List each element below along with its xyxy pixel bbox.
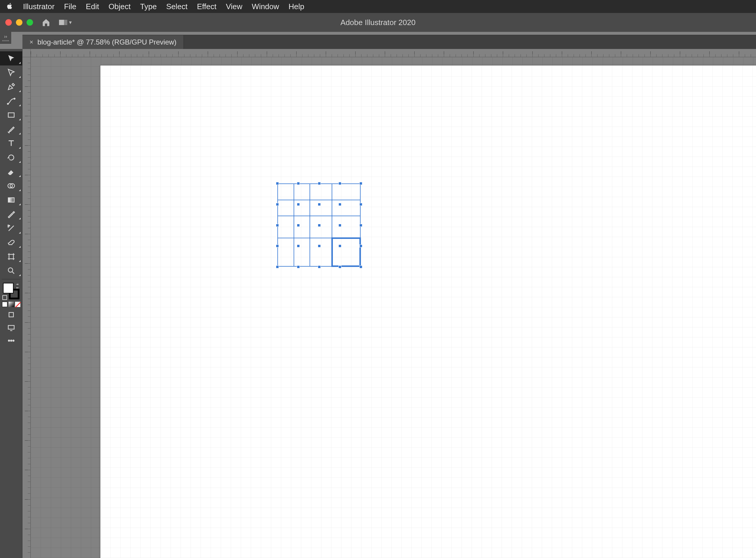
svg-rect-11 bbox=[9, 313, 14, 317]
color-mode-none[interactable] bbox=[15, 302, 20, 307]
document-tabbar: × blog-article* @ 77.58% (RGB/GPU Previe… bbox=[22, 35, 756, 49]
home-button[interactable] bbox=[40, 17, 52, 28]
horizontal-ruler[interactable] bbox=[22, 49, 756, 57]
ruler-origin-corner[interactable] bbox=[22, 49, 31, 57]
menu-window[interactable]: Window bbox=[252, 2, 279, 11]
live-paint-tool[interactable] bbox=[0, 235, 22, 250]
svg-point-0 bbox=[7, 103, 8, 104]
selected-rectangular-grid[interactable] bbox=[277, 183, 361, 267]
vertical-ruler[interactable] bbox=[22, 57, 31, 558]
menu-effect[interactable]: Effect bbox=[197, 2, 216, 11]
artboard[interactable] bbox=[100, 66, 756, 558]
type-tool[interactable] bbox=[0, 136, 22, 150]
svg-point-14 bbox=[10, 340, 12, 341]
svg-point-7 bbox=[9, 225, 10, 226]
svg-rect-12 bbox=[8, 326, 14, 329]
edit-toolbar[interactable] bbox=[0, 334, 22, 347]
menu-app-name[interactable]: Illustrator bbox=[23, 2, 55, 11]
expand-arrows-icon: ›› bbox=[4, 34, 7, 39]
color-mode-row bbox=[0, 302, 22, 307]
document-tab-label: blog-article* @ 77.58% (RGB/GPU Preview) bbox=[38, 38, 176, 46]
svg-point-15 bbox=[13, 340, 14, 341]
menu-view[interactable]: View bbox=[226, 2, 242, 11]
app-title: Adobe Illustrator 2020 bbox=[341, 18, 415, 27]
artboard-tool[interactable] bbox=[0, 250, 22, 264]
pen-tool[interactable] bbox=[0, 80, 22, 94]
paintbrush-tool[interactable] bbox=[0, 122, 22, 136]
eraser-tool[interactable] bbox=[0, 164, 22, 179]
canvas-pasteboard[interactable] bbox=[31, 57, 756, 558]
screen-mode[interactable] bbox=[0, 321, 22, 334]
svg-point-8 bbox=[8, 225, 9, 226]
fill-stroke-control[interactable] bbox=[2, 282, 20, 300]
menu-edit[interactable]: Edit bbox=[86, 2, 99, 11]
window-zoom-button[interactable] bbox=[27, 19, 33, 26]
drag-grip-icon bbox=[2, 40, 9, 41]
menu-type[interactable]: Type bbox=[140, 2, 157, 11]
workspace-icon bbox=[59, 20, 67, 25]
curvature-tool[interactable] bbox=[0, 94, 22, 108]
fill-swatch[interactable] bbox=[3, 283, 14, 294]
rectangle-tool[interactable] bbox=[0, 108, 22, 122]
menu-help[interactable]: Help bbox=[289, 2, 304, 11]
menu-object[interactable]: Object bbox=[108, 2, 131, 11]
apple-logo-icon[interactable] bbox=[6, 2, 14, 11]
menu-file[interactable]: File bbox=[64, 2, 76, 11]
color-mode-gradient[interactable] bbox=[8, 302, 14, 307]
gradient-tool[interactable] bbox=[0, 193, 22, 207]
zoom-tool[interactable] bbox=[0, 264, 22, 278]
svg-rect-5 bbox=[8, 198, 14, 202]
draw-mode-normal[interactable] bbox=[0, 308, 22, 321]
app-titlebar: ▾ Adobe Illustrator 2020 bbox=[0, 13, 756, 32]
document-tab[interactable]: × blog-article* @ 77.58% (RGB/GPU Previe… bbox=[22, 35, 184, 49]
toolbox-divider bbox=[2, 279, 20, 279]
selection-tool[interactable] bbox=[0, 51, 22, 66]
expand-panels-handle[interactable]: ›› bbox=[0, 32, 11, 44]
rotate-tool[interactable] bbox=[0, 150, 22, 164]
swap-fill-stroke-icon[interactable] bbox=[15, 282, 20, 287]
svg-rect-9 bbox=[9, 255, 14, 259]
workspace-switcher[interactable]: ▾ bbox=[59, 19, 72, 26]
svg-point-6 bbox=[8, 227, 9, 227]
direct-selection-tool[interactable] bbox=[0, 66, 22, 80]
window-close-button[interactable] bbox=[5, 19, 12, 26]
svg-point-13 bbox=[8, 340, 10, 341]
svg-point-10 bbox=[8, 268, 13, 272]
default-fill-stroke-icon[interactable] bbox=[2, 295, 7, 300]
toolbox bbox=[0, 49, 22, 558]
menu-select[interactable]: Select bbox=[166, 2, 187, 11]
svg-point-1 bbox=[14, 98, 15, 99]
shape-builder-tool[interactable] bbox=[0, 179, 22, 193]
symbol-sprayer-tool[interactable] bbox=[0, 221, 22, 235]
color-mode-solid[interactable] bbox=[2, 302, 7, 307]
eyedropper-tool[interactable] bbox=[0, 207, 22, 221]
mac-menubar: Illustrator File Edit Object Type Select… bbox=[0, 0, 756, 13]
window-minimize-button[interactable] bbox=[16, 19, 22, 26]
chevron-down-icon: ▾ bbox=[69, 19, 72, 26]
close-tab-icon[interactable]: × bbox=[29, 39, 33, 45]
window-controls bbox=[5, 19, 33, 26]
svg-rect-2 bbox=[8, 113, 14, 118]
